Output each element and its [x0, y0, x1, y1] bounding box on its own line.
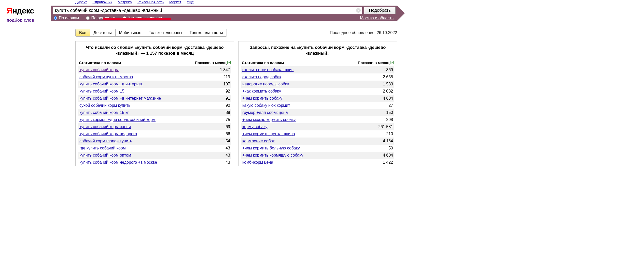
query-link[interactable]: корму собаку [242, 125, 268, 129]
radio-label: По словам [59, 16, 79, 20]
nav-link[interactable]: Маркет [169, 0, 181, 4]
query-link[interactable]: сколько стоит собака шпиц [242, 68, 294, 72]
show-count: 92 [223, 89, 230, 94]
query-link[interactable]: купить собачий корм оптом [79, 153, 131, 158]
device-tabs: Все Десктопы Мобильные Только телефоны Т… [75, 29, 227, 37]
query-link[interactable]: купить кормов +для собак собачий корм [79, 117, 156, 122]
show-count: 298 [384, 117, 393, 122]
query-link[interactable]: какую собаку нюх кормит [242, 103, 290, 108]
query-link[interactable]: недорогие породы собак [242, 82, 289, 86]
query-link[interactable]: +чем кормить собаку [242, 96, 282, 101]
tab-phones[interactable]: Только телефоны [145, 29, 186, 36]
show-count: 210 [384, 132, 393, 136]
table-row: купить собачий корм недорого +в москве43 [78, 159, 231, 166]
radio-by-words-input[interactable] [54, 16, 57, 20]
query-link[interactable]: +чем можно кормить собаку [242, 117, 296, 122]
query-link[interactable]: кормление собак [242, 139, 275, 143]
table-row: собачий корм купить москва219 [78, 73, 231, 81]
nav-link[interactable]: Рекламная сеть [137, 0, 164, 4]
table-row: корму собаку261 581 [241, 123, 394, 130]
col-header-shows: Показов в месяц [358, 60, 389, 65]
red-underline-annotation [103, 18, 171, 20]
query-link[interactable]: собачий корм купить москва [79, 75, 133, 79]
show-count: 2 638 [380, 75, 393, 79]
query-link[interactable]: купить собачий корм недорого +в москве [79, 160, 157, 165]
tab-all[interactable]: Все [76, 29, 90, 36]
show-count: 261 581 [376, 125, 393, 129]
nav-link[interactable]: Справочник [92, 0, 112, 4]
tab-mobile[interactable]: Мобильные [116, 29, 145, 36]
show-count: 1 347 [217, 68, 230, 72]
col-header-words: Статистика по словам [79, 60, 121, 65]
col-header-words: Статистика по словам [242, 60, 284, 65]
query-link[interactable]: купить собачий корм [79, 68, 119, 72]
show-count: 90 [223, 103, 230, 108]
query-link[interactable]: купить собачий корм 15 кг [79, 110, 129, 115]
show-count: 91 [223, 96, 230, 101]
query-link[interactable]: купить собачий корм 15 [79, 89, 124, 94]
nav-link[interactable]: Директ [75, 0, 87, 4]
table-row: +как кормить собаку2 082 [241, 88, 394, 95]
show-count: 4 164 [380, 139, 393, 143]
table-row: купить собачий корм +в интернет107 [78, 81, 231, 88]
table-row: купить собачий корм 15 кг89 [78, 109, 231, 116]
show-count: 50 [386, 146, 393, 150]
search-input-wrapper: ✕ [53, 7, 362, 14]
table-row: +чем кормить щенка шпица210 [241, 130, 394, 138]
col-header-shows: Показов в месяц [195, 60, 227, 65]
table-row: купить собачий корм недорого66 [78, 130, 231, 138]
show-count: 89 [223, 110, 230, 115]
right-panel-title: Запросы, похожие на «купить собачий корм… [241, 44, 394, 59]
table-row: купить собачий корм оптом43 [78, 152, 231, 159]
show-count: 4 604 [380, 153, 393, 158]
show-count: 69 [223, 125, 230, 129]
nav-link[interactable]: Метрика [118, 0, 132, 4]
show-count: 1 583 [380, 82, 393, 86]
show-count: 43 [223, 146, 230, 150]
table-row: недорогие породы собак1 583 [241, 81, 394, 88]
query-link[interactable]: купить собачий корм недорого [79, 132, 137, 136]
query-link[interactable]: +как кормить собаку [242, 89, 281, 94]
query-link[interactable]: +чем кормить щенка шпица [242, 132, 295, 136]
table-row: +чем кормить собаку4 604 [241, 95, 394, 102]
query-link[interactable]: купить собачий корм чаппи [79, 125, 131, 129]
query-link[interactable]: комбикорм цена [242, 160, 273, 165]
show-count: 43 [223, 160, 230, 165]
radio-by-words[interactable]: По словам [54, 16, 79, 20]
region-link[interactable]: Москва и область [360, 16, 394, 20]
show-count: 2 082 [380, 89, 393, 94]
nav-link[interactable]: ещё [187, 0, 194, 4]
tab-tablets[interactable]: Только планшеты [186, 29, 227, 36]
show-count: 219 [221, 75, 230, 79]
query-link[interactable]: купить собачий корм +в интернет [79, 82, 143, 86]
help-icon[interactable]: ? [227, 61, 231, 64]
show-count: 1 422 [380, 160, 393, 165]
submit-button[interactable]: Подобрать [364, 7, 396, 14]
table-row: где купить собачий корм43 [78, 145, 231, 152]
table-row: сколько пород собак2 638 [241, 73, 394, 81]
search-input[interactable] [55, 8, 355, 13]
tab-desktops[interactable]: Десктопы [90, 29, 116, 36]
table-row: грумер +для собак цена150 [241, 109, 394, 116]
query-link[interactable]: купить собачий корм +в интернет магазине [79, 96, 161, 101]
query-link[interactable]: сколько пород собак [242, 75, 281, 79]
table-row: купить собачий корм 1592 [78, 88, 231, 95]
yandex-logo[interactable]: Яндекс [7, 7, 51, 15]
help-icon[interactable]: ? [390, 61, 394, 64]
query-link[interactable]: +чем кормить больную собаку [242, 146, 300, 150]
show-count: 150 [384, 110, 393, 115]
show-count: 54 [223, 139, 230, 143]
query-link[interactable]: где купить собачий корм [79, 146, 126, 150]
radio-by-regions-input[interactable] [86, 16, 90, 20]
show-count: 4 604 [380, 96, 393, 101]
query-link[interactable]: грумер +для собак цена [242, 110, 288, 115]
table-row: купить собачий корм чаппи69 [78, 123, 231, 130]
query-link[interactable]: сухой собачий корм купить [79, 103, 130, 108]
top-nav: Директ Справочник Метрика Рекламная сеть… [75, 0, 397, 6]
show-count: 107 [221, 82, 230, 86]
show-count: 75 [223, 117, 230, 122]
clear-icon[interactable]: ✕ [356, 8, 361, 13]
query-link[interactable]: +чем кормить кормящую собаку [242, 153, 303, 158]
wordstat-link[interactable]: подбор слов [7, 18, 34, 23]
query-link[interactable]: собачий корм monge купить [79, 139, 132, 143]
